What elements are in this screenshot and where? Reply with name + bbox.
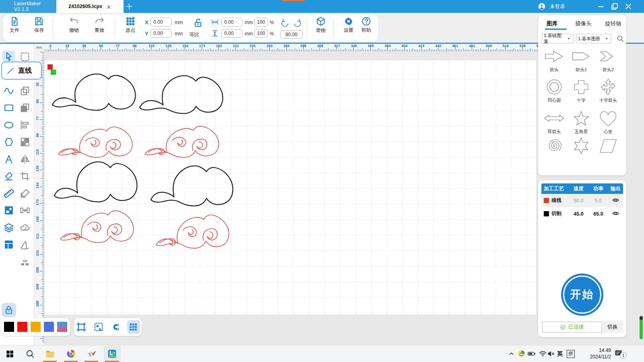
duplicate-tool-icon[interactable] <box>19 85 31 97</box>
marquee-tool-icon[interactable] <box>19 51 31 62</box>
height-percent-input[interactable] <box>254 29 268 38</box>
gallery-item[interactable]: 五角星 <box>569 109 594 135</box>
create-button[interactable]: 造物 <box>310 14 332 34</box>
width-percent-input[interactable] <box>254 18 268 27</box>
help-button[interactable]: 帮助 <box>355 14 378 34</box>
color-swatch[interactable] <box>57 322 67 332</box>
wifi-icon[interactable] <box>539 350 547 358</box>
battery-icon[interactable] <box>527 350 536 358</box>
frame-tool-icon[interactable] <box>76 322 87 332</box>
document-tab[interactable]: 24102605.lcpx <box>56 0 124 13</box>
start-button[interactable] <box>5 349 15 359</box>
ellipse-tool-icon[interactable] <box>3 119 14 131</box>
eraser-tool-icon[interactable] <box>3 171 14 182</box>
gallery-item[interactable]: 心形 <box>596 109 621 135</box>
file-button[interactable]: 文件 <box>3 14 26 34</box>
group-tool-icon[interactable] <box>19 136 31 148</box>
notification-button[interactable]: 1 <box>614 349 628 359</box>
lock-icon[interactable] <box>3 304 14 316</box>
tab-gallery[interactable]: 图库 <box>547 20 557 27</box>
minimize-button[interactable] <box>596 2 606 11</box>
angle-input[interactable] <box>280 30 303 39</box>
color-swatch[interactable] <box>44 322 54 332</box>
paint-icon[interactable] <box>87 349 97 359</box>
polygon-tool-icon[interactable] <box>3 136 14 148</box>
distribute-tool-icon[interactable] <box>19 205 31 216</box>
color-swatch[interactable] <box>4 322 14 332</box>
process-row[interactable]: 描线50.05.0 <box>541 194 623 207</box>
speaker-muted-icon[interactable] <box>547 350 555 358</box>
lock-open-icon[interactable] <box>192 16 204 29</box>
layers-tool-icon[interactable] <box>3 222 14 233</box>
rotate-ccw-icon[interactable] <box>280 19 290 28</box>
measure-tool-icon[interactable] <box>3 188 14 199</box>
undo-button[interactable]: 撤销 <box>63 14 85 34</box>
taskbar-clock[interactable]: 14:49 2024/11/2 <box>579 347 611 360</box>
image-tool-icon[interactable] <box>3 205 14 216</box>
new-tab-button[interactable] <box>125 2 134 11</box>
break-apart-tool-icon[interactable] <box>19 256 31 267</box>
focus-tool-icon[interactable] <box>93 322 104 332</box>
tab-camera[interactable]: 摄像头 <box>575 20 592 27</box>
connection-status[interactable]: 已连接 <box>542 322 602 333</box>
align-tool-icon[interactable] <box>19 119 31 131</box>
color-swatch[interactable] <box>17 322 27 332</box>
ime-pinyin[interactable]: 拼 <box>567 350 575 358</box>
origin-marker-green[interactable] <box>51 70 56 75</box>
skew-tool-icon[interactable] <box>19 239 31 250</box>
gallery-item[interactable] <box>569 137 594 155</box>
gallery-item[interactable] <box>542 137 567 155</box>
gallery-item[interactable]: 箭头1 <box>569 47 594 73</box>
line-tool-tooltip[interactable]: 直线 <box>1 62 42 80</box>
process-row[interactable]: 切割45.065.0 <box>541 207 623 220</box>
rotate-cw-icon[interactable] <box>293 19 302 28</box>
mirror-tool-icon[interactable] <box>19 154 31 165</box>
shape-category-select[interactable]: 1.基本图形 <box>576 34 611 43</box>
canvas[interactable] <box>44 60 536 315</box>
gallery-item[interactable]: 双箭头 <box>542 109 567 135</box>
start-button[interactable]: 开始 <box>561 274 603 316</box>
curve-tool-icon[interactable] <box>3 85 14 97</box>
width-input[interactable] <box>221 18 242 27</box>
switch-device-button[interactable]: 切换 <box>607 323 618 331</box>
user-area[interactable]: 未登录 <box>538 0 565 13</box>
gallery-item[interactable]: 箭头 <box>542 47 567 73</box>
tab-rotary[interactable]: 旋转轴 <box>605 20 621 27</box>
pointer-tool-icon[interactable] <box>3 51 14 62</box>
origin-button[interactable]: 原点 <box>119 14 142 34</box>
protractor-tool-icon[interactable] <box>19 188 31 199</box>
lasermaker-icon[interactable] <box>107 349 117 359</box>
tab-close-icon[interactable] <box>106 4 111 9</box>
text-tool-icon[interactable] <box>3 154 14 165</box>
x-input[interactable] <box>151 18 171 27</box>
file-explorer-icon[interactable] <box>45 349 55 359</box>
height-input[interactable] <box>221 29 242 38</box>
app-home-segment[interactable]: LaserMaker V2.1.3 <box>0 0 56 13</box>
weld-tool-icon[interactable] <box>19 222 31 233</box>
color-swatch[interactable] <box>31 322 41 332</box>
origin-marker-red[interactable] <box>47 64 53 70</box>
rect-tool-icon[interactable] <box>3 102 14 113</box>
search-icon[interactable] <box>616 35 624 43</box>
gallery-item[interactable]: 箭头2 <box>596 47 621 73</box>
gallery-item[interactable]: 十字箭头 <box>596 78 621 103</box>
ime-language[interactable]: 英 <box>557 350 563 358</box>
magnet-tool-icon[interactable] <box>111 322 121 332</box>
close-button[interactable] <box>623 2 634 11</box>
redo-button[interactable]: 重做 <box>88 14 111 34</box>
gamebar-icon[interactable] <box>517 350 526 358</box>
y-input[interactable] <box>151 29 171 38</box>
maximize-button[interactable] <box>609 2 620 11</box>
eye-icon[interactable] <box>612 196 619 204</box>
save-button[interactable]: 保存 <box>28 14 50 34</box>
search-button[interactable] <box>25 349 35 359</box>
pattern-category-select[interactable]: 1.基础图案 <box>542 34 574 43</box>
eye-icon[interactable] <box>612 210 619 217</box>
gallery-item[interactable]: 十字 <box>569 78 594 103</box>
gallery-item[interactable] <box>596 137 621 155</box>
crop-tool-icon[interactable] <box>19 171 31 182</box>
browser-icon[interactable] <box>66 349 76 359</box>
table-tool-icon[interactable] <box>3 239 14 250</box>
gallery-item[interactable]: 同心圆 <box>542 78 567 103</box>
chevron-up-icon[interactable] <box>507 350 516 358</box>
